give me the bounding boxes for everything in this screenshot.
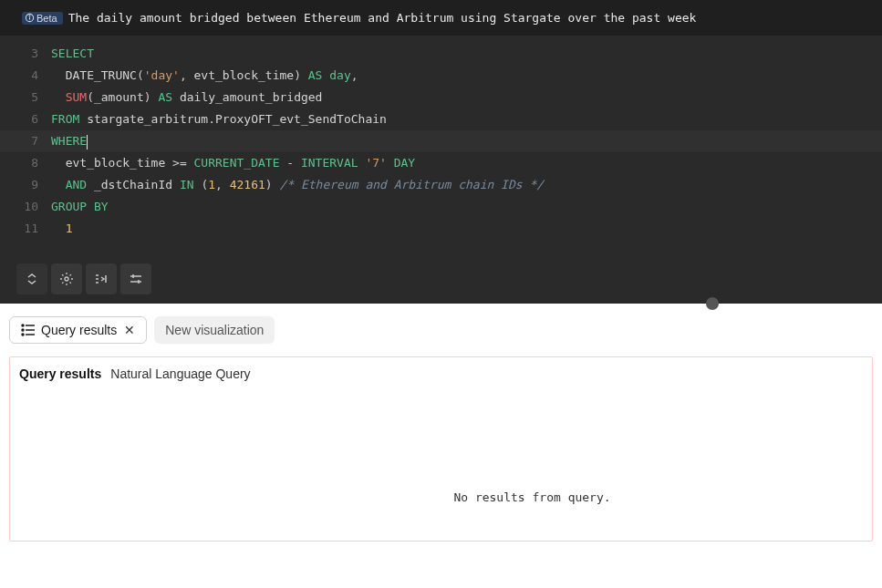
resize-handle[interactable] bbox=[706, 297, 719, 310]
code-line: 3SELECT bbox=[0, 43, 882, 65]
query-description-bar: Beta The daily amount bridged between Et… bbox=[0, 0, 882, 36]
results-subtitle: Natural Language Query bbox=[110, 366, 250, 381]
code-content[interactable]: AND _dstChainId IN (1, 42161) /* Ethereu… bbox=[51, 174, 544, 196]
svg-point-4 bbox=[22, 325, 24, 326]
results-tabs: Query results ✕ New visualization bbox=[0, 304, 882, 356]
gear-icon bbox=[59, 272, 74, 286]
code-line: 9 AND _dstChainId IN (1, 42161) /* Ether… bbox=[0, 174, 882, 196]
code-content[interactable]: evt_block_time >= CURRENT_DATE - INTERVA… bbox=[51, 152, 415, 174]
list-icon bbox=[21, 324, 36, 336]
beta-label: Beta bbox=[36, 13, 57, 24]
svg-point-3 bbox=[65, 277, 68, 281]
code-content[interactable]: DATE_TRUNC('day', evt_block_time) AS day… bbox=[51, 65, 358, 87]
code-line: 8 evt_block_time >= CURRENT_DATE - INTER… bbox=[0, 152, 882, 174]
indent-button[interactable] bbox=[86, 263, 117, 294]
line-number: 10 bbox=[0, 196, 51, 218]
line-number: 11 bbox=[0, 218, 51, 240]
svg-point-8 bbox=[22, 334, 24, 335]
code-line: 7WHERE bbox=[0, 130, 882, 152]
code-content[interactable]: SELECT bbox=[51, 43, 94, 65]
code-content[interactable]: GROUP BY bbox=[51, 196, 109, 218]
code-content[interactable]: 1 bbox=[51, 218, 72, 240]
svg-point-6 bbox=[22, 329, 24, 331]
sql-code-editor[interactable]: 3SELECT4 DATE_TRUNC('day', evt_block_tim… bbox=[0, 36, 882, 254]
settings-button[interactable] bbox=[51, 263, 82, 294]
text-cursor bbox=[87, 135, 88, 150]
line-number: 6 bbox=[0, 108, 51, 130]
line-number: 5 bbox=[0, 87, 51, 108]
expand-icon bbox=[25, 272, 39, 286]
code-line: 5 SUM(_amount) AS daily_amount_bridged bbox=[0, 87, 882, 108]
query-description-text: The daily amount bridged between Ethereu… bbox=[68, 11, 697, 25]
tab-new-viz-label: New visualization bbox=[165, 323, 264, 337]
sliders-icon bbox=[129, 272, 143, 286]
code-content[interactable]: WHERE bbox=[51, 130, 88, 152]
tab-new-visualization[interactable]: New visualization bbox=[154, 316, 275, 344]
close-icon[interactable]: ✕ bbox=[124, 323, 135, 337]
editor-toolbar bbox=[0, 254, 882, 304]
sliders-button[interactable] bbox=[120, 263, 151, 294]
results-title: Query results bbox=[19, 366, 101, 381]
tab-query-results-label: Query results bbox=[41, 323, 117, 337]
beta-badge: Beta bbox=[22, 12, 63, 25]
info-icon bbox=[25, 13, 35, 23]
line-number: 8 bbox=[0, 152, 51, 174]
code-line: 4 DATE_TRUNC('day', evt_block_time) AS d… bbox=[0, 65, 882, 87]
indent-icon bbox=[94, 272, 109, 286]
tab-query-results[interactable]: Query results ✕ bbox=[9, 316, 147, 344]
line-number: 9 bbox=[0, 174, 51, 196]
code-line: 11 1 bbox=[0, 218, 882, 240]
expand-collapse-button[interactable] bbox=[16, 263, 47, 294]
code-content[interactable]: FROM stargate_arbitrum.ProxyOFT_evt_Send… bbox=[51, 108, 387, 130]
results-header: Query results Natural Language Query bbox=[19, 366, 863, 381]
no-results-message: No results from query. bbox=[19, 490, 863, 504]
results-panel: Query results Natural Language Query No … bbox=[9, 356, 873, 542]
line-number: 4 bbox=[0, 65, 51, 87]
code-line: 6FROM stargate_arbitrum.ProxyOFT_evt_Sen… bbox=[0, 108, 882, 130]
editor-area: Beta The daily amount bridged between Et… bbox=[0, 0, 882, 304]
code-line: 10GROUP BY bbox=[0, 196, 882, 218]
line-number: 3 bbox=[0, 43, 51, 65]
line-number: 7 bbox=[0, 130, 51, 152]
svg-point-2 bbox=[29, 15, 30, 16]
code-content[interactable]: SUM(_amount) AS daily_amount_bridged bbox=[51, 87, 322, 108]
